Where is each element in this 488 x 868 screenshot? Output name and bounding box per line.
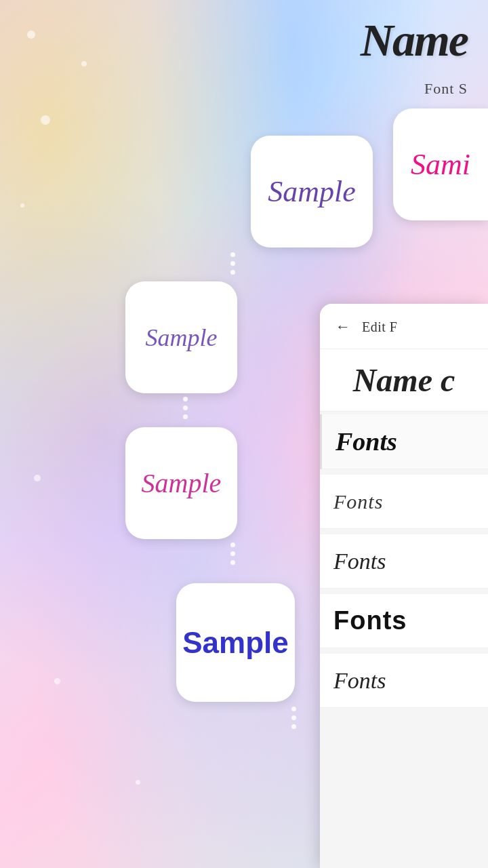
font-item-1[interactable]: Fonts bbox=[320, 414, 488, 469]
font-item-2-label: Fonts bbox=[333, 490, 383, 513]
sample-text-1: Sample bbox=[268, 174, 356, 209]
connector-dots-4 bbox=[291, 707, 296, 729]
sample-text-3: Sample bbox=[142, 467, 222, 499]
sparkle-decoration bbox=[54, 678, 60, 684]
app-title: Name bbox=[361, 14, 468, 67]
sample-card-4[interactable]: Sample bbox=[176, 583, 295, 702]
sample-card-partial[interactable]: Sami bbox=[393, 108, 488, 220]
font-item-2[interactable]: Fonts bbox=[320, 475, 488, 529]
sample-card-partial-text: Sami bbox=[411, 147, 470, 182]
font-item-1-label: Fonts bbox=[336, 427, 397, 456]
font-item-5-label: Fonts bbox=[333, 668, 386, 694]
sparkle-decoration bbox=[20, 203, 24, 208]
font-item-4[interactable]: Fonts bbox=[320, 594, 488, 648]
connector-dots-3 bbox=[230, 542, 235, 565]
edit-panel-header: ← Edit F bbox=[320, 304, 488, 349]
back-icon: ← bbox=[336, 318, 350, 336]
font-style-label: Font S bbox=[424, 80, 468, 98]
sample-card-1[interactable]: Sample bbox=[251, 136, 373, 248]
sample-card-2[interactable]: Sample bbox=[125, 281, 237, 393]
edit-panel-title: Edit F bbox=[362, 319, 397, 335]
font-item-5[interactable]: Fonts bbox=[320, 654, 488, 708]
sparkle-decoration bbox=[136, 780, 140, 785]
sample-card-3[interactable]: Sample bbox=[125, 427, 237, 539]
connector-dots-2 bbox=[183, 397, 188, 419]
font-item-3[interactable]: Fonts bbox=[320, 534, 488, 589]
edit-panel: ← Edit F Name c Fonts Fonts Fonts Fonts … bbox=[320, 304, 488, 868]
sample-text-4: Sample bbox=[182, 626, 289, 660]
sparkle-decoration bbox=[27, 31, 35, 39]
sparkle-decoration bbox=[81, 61, 87, 66]
back-button[interactable]: ← bbox=[331, 315, 355, 339]
font-item-4-label: Fonts bbox=[333, 606, 407, 635]
font-item-3-label: Fonts bbox=[333, 549, 386, 574]
name-preview: Name c bbox=[320, 349, 488, 412]
sample-text-2: Sample bbox=[146, 323, 218, 352]
connector-dots-1 bbox=[230, 252, 235, 275]
sparkle-decoration bbox=[41, 115, 50, 125]
sparkle-decoration bbox=[34, 475, 41, 481]
font-list: Fonts Fonts Fonts Fonts Fonts bbox=[320, 412, 488, 711]
